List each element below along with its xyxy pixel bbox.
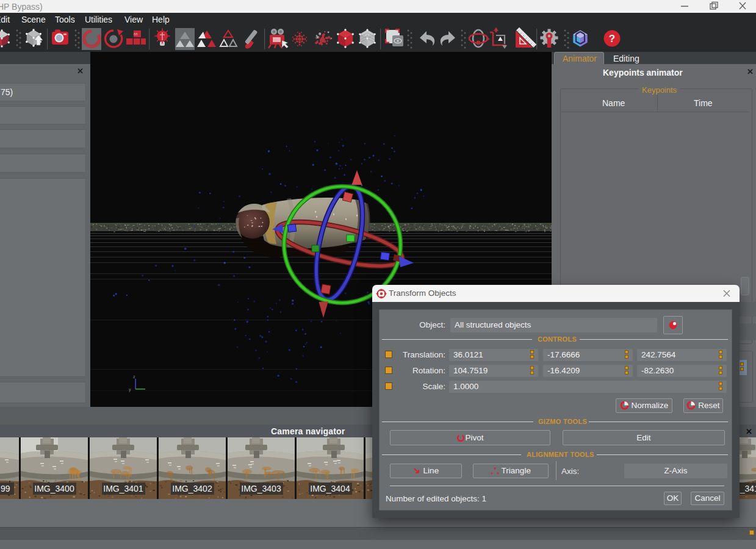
svg-text:y: y [129,387,131,392]
svg-text:IMG_3401: IMG_3401 [103,484,143,493]
svg-text:IMG_3402: IMG_3402 [172,484,212,493]
svg-text:88: 88 [134,32,138,36]
svg-text:IMG_3404: IMG_3404 [310,484,350,493]
svg-text:?: ? [609,33,615,45]
svg-text:z: z [133,375,135,379]
svg-text:IMG_3403: IMG_3403 [241,484,281,493]
svg-text:99: 99 [1,484,10,493]
svg-text:IMG_3400: IMG_3400 [34,484,74,493]
